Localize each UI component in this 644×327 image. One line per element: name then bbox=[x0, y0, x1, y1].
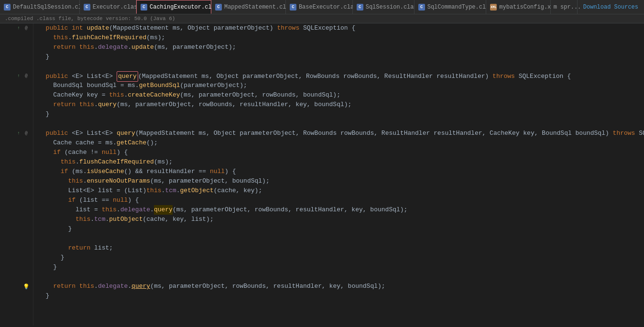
code-token bbox=[515, 72, 519, 81]
field-token: delegate bbox=[98, 282, 128, 291]
tab-mybatis-config[interactable]: XML mybatisConfig.xml × bbox=[486, 0, 550, 14]
code-token: } bbox=[38, 52, 49, 62]
keyword2-token: throws bbox=[277, 23, 299, 33]
code-token: ms, bbox=[198, 72, 217, 81]
generic-token: <E> bbox=[68, 72, 87, 81]
editor: ↑@↑@↑@💡 public int update(MappedStatemen… bbox=[0, 23, 644, 326]
gutter-row bbox=[0, 272, 33, 282]
gutter-row bbox=[0, 109, 33, 119]
method-token: isUseCache bbox=[87, 167, 124, 176]
method-token: getObject bbox=[180, 186, 214, 196]
keyword2-token: throws bbox=[613, 129, 635, 138]
code-token bbox=[38, 72, 46, 81]
punct-token: . bbox=[68, 33, 72, 43]
code-token bbox=[38, 100, 53, 109]
download-sources-link[interactable]: Download Sources bbox=[578, 0, 644, 14]
keyword-token: public bbox=[46, 72, 68, 81]
keyword-token: return bbox=[53, 43, 76, 52]
gutter-row bbox=[0, 148, 33, 157]
tab-overflow[interactable]: m spr... bbox=[551, 0, 578, 14]
code-line bbox=[33, 62, 644, 71]
gutter-row: 💡 bbox=[0, 282, 33, 291]
punct-token: . bbox=[162, 186, 165, 196]
code-token bbox=[38, 90, 53, 100]
tab-base-executor[interactable]: C BaseExecutor.class × bbox=[286, 0, 353, 14]
punct-token: ( bbox=[135, 129, 139, 138]
punct-token: . bbox=[150, 205, 154, 215]
code-token bbox=[38, 157, 61, 167]
code-line: List<E> list = (List)this.tcm.getObject(… bbox=[33, 186, 644, 196]
code-token: list; bbox=[90, 243, 113, 253]
code-token bbox=[38, 243, 68, 253]
class-icon: C bbox=[141, 4, 147, 11]
gutter-row bbox=[0, 234, 33, 243]
gutter-row bbox=[0, 157, 33, 167]
code-token: ) { bbox=[225, 167, 236, 176]
code-token: parameterObject) bbox=[210, 23, 277, 33]
tab-label: BaseExecutor.class bbox=[299, 4, 361, 11]
generic-token: <E> bbox=[102, 129, 117, 138]
code-token bbox=[38, 205, 76, 215]
code-line: if (ms.isUseCache() && resultHandler == … bbox=[33, 167, 644, 176]
classname-token: Object bbox=[214, 129, 236, 138]
code-line: } bbox=[33, 109, 644, 119]
line-gutter: ↑@↑@↑@💡 bbox=[0, 23, 33, 326]
code-token: (ms); bbox=[146, 33, 165, 43]
generic-token: <E> bbox=[102, 72, 117, 81]
tab-executor[interactable]: C Executor.class × bbox=[80, 0, 136, 14]
code-token: boundSql = ms. bbox=[83, 81, 139, 90]
classname-token: List bbox=[68, 186, 83, 196]
code-line: return this.delegate.update(ms, paramete… bbox=[33, 43, 644, 52]
tab-sql-command-type[interactable]: C SqlCommandType.class × bbox=[415, 0, 487, 14]
code-token bbox=[38, 186, 68, 196]
code-token bbox=[38, 138, 53, 148]
tab-sql-session[interactable]: C SqlSession.class × bbox=[353, 0, 415, 14]
code-token: (); bbox=[146, 138, 157, 148]
code-line: return list; bbox=[33, 243, 644, 253]
code-line: this.tcm.putObject(cache, key, list); bbox=[33, 215, 644, 224]
code-token: resultHandler) bbox=[433, 72, 492, 81]
info-bar: .compiled .class file, bytecode version:… bbox=[0, 14, 644, 23]
class-icon: C bbox=[357, 4, 363, 11]
keyword-token: return bbox=[68, 243, 90, 253]
query-underline-token: query bbox=[131, 282, 150, 291]
classname-token: Object bbox=[217, 72, 239, 81]
exception-token: SQLException bbox=[639, 129, 644, 138]
gutter-row bbox=[0, 119, 33, 129]
code-line: } bbox=[33, 224, 644, 234]
code-token bbox=[38, 33, 53, 43]
tab-mapped-statement[interactable]: C MappedStatement.class × bbox=[211, 0, 286, 14]
code-token: cache = ms. bbox=[72, 138, 117, 148]
keyword-token: this bbox=[68, 176, 83, 186]
tab-label: SqlCommandType.class bbox=[427, 4, 496, 11]
field-token: delegate bbox=[98, 43, 128, 52]
gutter-row bbox=[0, 43, 33, 52]
punct-token: . bbox=[128, 43, 131, 52]
delegate-method-token: query bbox=[154, 205, 173, 215]
keyword-token: this bbox=[79, 100, 94, 109]
code-area[interactable]: public int update(MappedStatement ms, Ob… bbox=[33, 23, 644, 326]
code-line: if (list == null) { bbox=[33, 196, 644, 205]
tab-default-sql-session[interactable]: C DefaultSqlSession.class × bbox=[0, 0, 80, 14]
punct-token: ( bbox=[138, 72, 142, 81]
punct-token: . bbox=[105, 215, 109, 224]
gutter-row bbox=[0, 224, 33, 234]
classname-token: Cache bbox=[53, 138, 72, 148]
tab-caching-executor[interactable]: C CachingExecutor.class × bbox=[136, 0, 211, 14]
gutter-row bbox=[0, 215, 33, 224]
punct-token: ( bbox=[109, 23, 113, 33]
code-token: (cache, key, list); bbox=[142, 215, 213, 224]
code-token bbox=[76, 282, 79, 291]
code-token bbox=[38, 23, 46, 33]
code-token: (parameterObject); bbox=[180, 81, 247, 90]
code-line bbox=[33, 234, 644, 243]
code-token bbox=[38, 129, 46, 138]
method-token: putObject bbox=[109, 215, 142, 224]
code-token bbox=[76, 43, 79, 52]
punct-token: . bbox=[117, 205, 120, 215]
method-token: query bbox=[117, 129, 135, 138]
download-sources-label: Download Sources bbox=[583, 4, 638, 11]
keyword-token: this bbox=[76, 215, 90, 224]
code-token: key, bbox=[520, 129, 542, 138]
code-token bbox=[38, 167, 61, 176]
